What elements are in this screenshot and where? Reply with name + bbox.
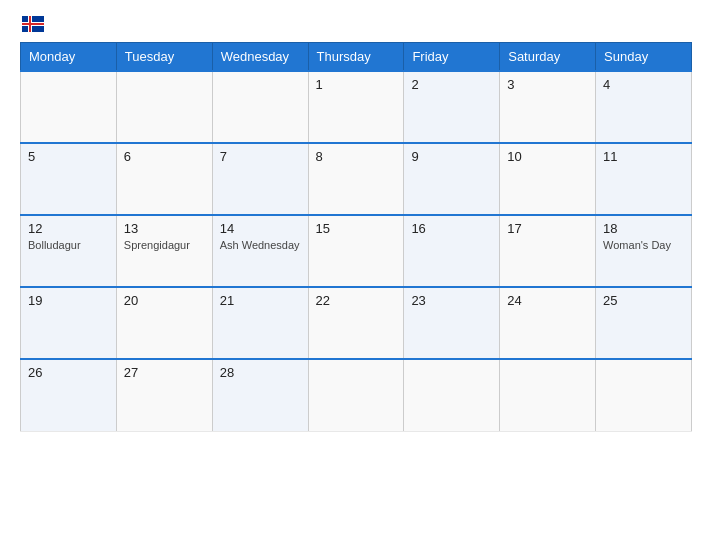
calendar-cell: 15	[308, 215, 404, 287]
day-number: 6	[124, 149, 205, 164]
calendar-week-1: 1234	[21, 71, 692, 143]
day-number: 24	[507, 293, 588, 308]
calendar-cell: 4	[596, 71, 692, 143]
calendar-cell	[308, 359, 404, 431]
day-number: 19	[28, 293, 109, 308]
calendar-cell: 11	[596, 143, 692, 215]
calendar-week-3: 12Bolludagur13Sprengidagur14Ash Wednesda…	[21, 215, 692, 287]
day-number: 14	[220, 221, 301, 236]
day-number: 17	[507, 221, 588, 236]
calendar-cell: 1	[308, 71, 404, 143]
calendar-header-row: MondayTuesdayWednesdayThursdayFridaySatu…	[21, 43, 692, 72]
calendar-week-5: 262728	[21, 359, 692, 431]
day-number: 26	[28, 365, 109, 380]
logo	[20, 16, 44, 32]
header	[20, 16, 692, 32]
day-number: 4	[603, 77, 684, 92]
calendar-cell: 3	[500, 71, 596, 143]
day-number: 25	[603, 293, 684, 308]
day-number: 9	[411, 149, 492, 164]
calendar-cell: 22	[308, 287, 404, 359]
day-number: 2	[411, 77, 492, 92]
day-event: Ash Wednesday	[220, 238, 301, 252]
col-header-wednesday: Wednesday	[212, 43, 308, 72]
calendar-week-2: 567891011	[21, 143, 692, 215]
day-number: 3	[507, 77, 588, 92]
col-header-tuesday: Tuesday	[116, 43, 212, 72]
calendar-cell: 21	[212, 287, 308, 359]
calendar-cell: 23	[404, 287, 500, 359]
col-header-thursday: Thursday	[308, 43, 404, 72]
calendar-cell: 27	[116, 359, 212, 431]
calendar-cell	[500, 359, 596, 431]
calendar-page: MondayTuesdayWednesdayThursdayFridaySatu…	[0, 0, 712, 550]
day-number: 23	[411, 293, 492, 308]
calendar-cell	[596, 359, 692, 431]
calendar-cell: 17	[500, 215, 596, 287]
day-number: 13	[124, 221, 205, 236]
col-header-saturday: Saturday	[500, 43, 596, 72]
col-header-sunday: Sunday	[596, 43, 692, 72]
calendar-cell: 20	[116, 287, 212, 359]
calendar-cell: 25	[596, 287, 692, 359]
calendar-cell: 6	[116, 143, 212, 215]
calendar-cell: 13Sprengidagur	[116, 215, 212, 287]
day-event: Bolludagur	[28, 238, 109, 252]
calendar-cell: 16	[404, 215, 500, 287]
calendar-cell: 26	[21, 359, 117, 431]
day-number: 12	[28, 221, 109, 236]
calendar-cell: 12Bolludagur	[21, 215, 117, 287]
calendar-cell: 5	[21, 143, 117, 215]
calendar-cell	[116, 71, 212, 143]
day-number: 11	[603, 149, 684, 164]
day-number: 8	[316, 149, 397, 164]
calendar-cell: 10	[500, 143, 596, 215]
calendar-cell: 18Woman's Day	[596, 215, 692, 287]
calendar-table: MondayTuesdayWednesdayThursdayFridaySatu…	[20, 42, 692, 432]
calendar-cell	[404, 359, 500, 431]
day-number: 20	[124, 293, 205, 308]
day-number: 5	[28, 149, 109, 164]
day-number: 27	[124, 365, 205, 380]
day-event: Sprengidagur	[124, 238, 205, 252]
col-header-monday: Monday	[21, 43, 117, 72]
day-number: 1	[316, 77, 397, 92]
calendar-cell: 28	[212, 359, 308, 431]
day-number: 22	[316, 293, 397, 308]
calendar-cell: 24	[500, 287, 596, 359]
calendar-week-4: 19202122232425	[21, 287, 692, 359]
calendar-cell: 7	[212, 143, 308, 215]
day-number: 15	[316, 221, 397, 236]
iceland-flag-icon	[22, 16, 44, 32]
day-number: 18	[603, 221, 684, 236]
day-number: 28	[220, 365, 301, 380]
calendar-cell: 14Ash Wednesday	[212, 215, 308, 287]
day-event: Woman's Day	[603, 238, 684, 252]
day-number: 10	[507, 149, 588, 164]
calendar-cell: 9	[404, 143, 500, 215]
svg-rect-4	[22, 23, 44, 25]
day-number: 21	[220, 293, 301, 308]
calendar-cell: 8	[308, 143, 404, 215]
col-header-friday: Friday	[404, 43, 500, 72]
calendar-cell: 19	[21, 287, 117, 359]
calendar-cell	[212, 71, 308, 143]
day-number: 16	[411, 221, 492, 236]
day-number: 7	[220, 149, 301, 164]
calendar-cell: 2	[404, 71, 500, 143]
calendar-cell	[21, 71, 117, 143]
